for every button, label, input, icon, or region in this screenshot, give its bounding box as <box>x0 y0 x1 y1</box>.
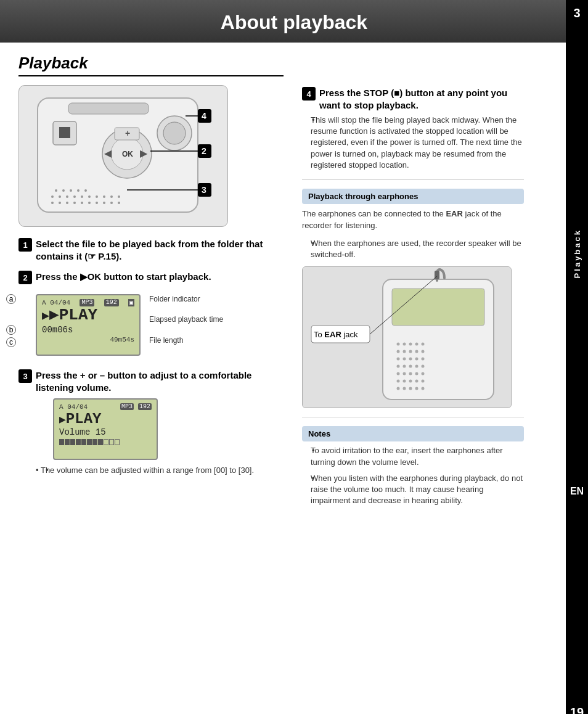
svg-point-29 <box>59 202 61 204</box>
earphones-bullet: When the earphones are used, the recorde… <box>302 238 524 260</box>
step-1-block: 1 Select the file to be played back from… <box>18 238 284 262</box>
svg-text:2: 2 <box>202 146 206 156</box>
lcd2-volume: Volume 15 <box>59 427 152 437</box>
svg-point-27 <box>118 195 120 198</box>
lcd-label-a: a <box>6 294 16 304</box>
svg-point-65 <box>397 365 400 368</box>
svg-point-69 <box>422 365 425 368</box>
note-1: To avoid irritation to the ear, insert t… <box>302 445 524 467</box>
svg-point-80 <box>397 387 400 390</box>
svg-point-33 <box>88 202 91 204</box>
ear-bold: EAR <box>446 209 462 218</box>
svg-point-26 <box>110 195 113 198</box>
svg-point-70 <box>397 372 400 375</box>
step-2-block: 2 Press the ▶OK button to start playback… <box>18 271 284 361</box>
svg-point-22 <box>81 195 83 198</box>
svg-text:OK: OK <box>122 150 133 158</box>
lcd-label-c-text: File length <box>149 336 223 346</box>
step-4-bullet: This will stop the file being played bac… <box>302 115 524 171</box>
step-2-badge: 2 <box>18 271 32 284</box>
svg-point-82 <box>409 387 412 390</box>
svg-point-53 <box>415 343 419 346</box>
header-title: About playback <box>221 11 367 33</box>
lcd-display-2-wrapper: A 04/04 MP3 192 ▶PLAY Volume 15 <box>36 398 284 476</box>
lcd-screen-1: A 04/04 MP3 192 ▣ ▶▶PLAY 00m06s 49m54s <box>36 294 141 356</box>
svg-point-66 <box>403 365 406 368</box>
svg-text:4: 4 <box>202 111 206 121</box>
lcd-display-1-wrapper: a b c A 04/04 MP3 192 ▣ <box>18 289 284 361</box>
section-title: Playback <box>18 54 284 76</box>
side-chapter-label: Playback <box>573 229 582 278</box>
svg-point-63 <box>415 358 419 361</box>
svg-point-60 <box>397 358 400 361</box>
svg-point-37 <box>118 202 120 204</box>
svg-point-71 <box>403 372 406 375</box>
svg-point-72 <box>409 372 412 375</box>
side-page-number: 19 <box>570 705 584 714</box>
svg-point-36 <box>110 202 113 204</box>
svg-point-58 <box>415 350 419 353</box>
lcd-label-c: c <box>6 337 16 347</box>
step-3-badge: 3 <box>18 369 32 383</box>
svg-point-67 <box>409 365 412 368</box>
note-2: When you listen with the earphones durin… <box>302 473 524 507</box>
right-column: 4 Press the STOP (■) button at any point… <box>296 43 536 714</box>
page-header: About playback <box>0 0 588 43</box>
earphones-text1: The earphones can be connected to the EA… <box>302 208 524 232</box>
lcd-label-b-text: Elapsed playback time <box>149 315 223 325</box>
svg-point-14 <box>62 189 65 192</box>
svg-point-61 <box>403 358 406 361</box>
svg-point-34 <box>96 202 98 204</box>
divider-2 <box>302 417 524 417</box>
lcd-label-a-text: Folder indicator <box>149 295 223 305</box>
step-4-badge: 4 <box>302 87 316 101</box>
notes-header: Notes <box>302 426 524 441</box>
svg-point-81 <box>403 387 406 390</box>
step-4-block: 4 Press the STOP (■) button at any point… <box>302 87 524 171</box>
svg-point-19 <box>59 195 61 198</box>
step-3-block: 3 Press the + or – button to adjust to a… <box>18 369 284 476</box>
svg-text:▶: ▶ <box>140 148 148 158</box>
svg-point-78 <box>415 380 419 383</box>
svg-point-50 <box>397 343 400 346</box>
side-language-label: EN <box>570 486 584 497</box>
lcd2-row1: A 04/04 MP3 192 <box>59 403 152 411</box>
svg-point-20 <box>66 195 68 198</box>
side-chapter-number: 3 <box>573 6 580 20</box>
lcd2-vol-bar <box>59 439 152 445</box>
left-column: Playback <box>0 43 296 714</box>
svg-point-77 <box>409 380 412 383</box>
svg-rect-3 <box>59 127 70 138</box>
svg-point-35 <box>103 202 105 204</box>
svg-point-84 <box>422 387 425 390</box>
svg-point-25 <box>103 195 105 198</box>
svg-point-68 <box>415 365 419 368</box>
svg-point-59 <box>422 350 425 353</box>
svg-text:3: 3 <box>202 185 206 195</box>
divider-1 <box>302 179 524 180</box>
svg-point-75 <box>397 380 400 383</box>
lcd-legend: Folder indicator Elapsed playback time F… <box>149 289 223 351</box>
svg-point-56 <box>403 350 406 353</box>
side-tab: 3 Playback EN 19 <box>566 0 588 714</box>
svg-point-24 <box>96 195 98 198</box>
step-4-text: Press the STOP (■) button at any point y… <box>319 87 524 111</box>
svg-point-74 <box>422 372 425 375</box>
svg-point-17 <box>84 189 87 192</box>
recorder-diagram: OK ◀ ▶ + <box>18 85 228 227</box>
svg-point-79 <box>422 380 425 383</box>
svg-point-28 <box>51 202 54 204</box>
svg-point-64 <box>422 358 425 361</box>
earphones-header: Playback through earphones <box>302 189 524 204</box>
svg-point-55 <box>397 350 400 353</box>
svg-text:To EAR jack: To EAR jack <box>314 330 358 339</box>
svg-text:◀: ◀ <box>104 148 112 158</box>
lcd2-play: ▶PLAY <box>59 411 152 427</box>
svg-point-76 <box>403 380 406 383</box>
svg-point-51 <box>403 343 406 346</box>
svg-point-83 <box>415 387 419 390</box>
svg-point-52 <box>409 343 412 346</box>
lcd-play-text: ▶▶PLAY <box>42 306 134 324</box>
svg-point-16 <box>77 189 80 192</box>
svg-point-15 <box>70 189 72 192</box>
